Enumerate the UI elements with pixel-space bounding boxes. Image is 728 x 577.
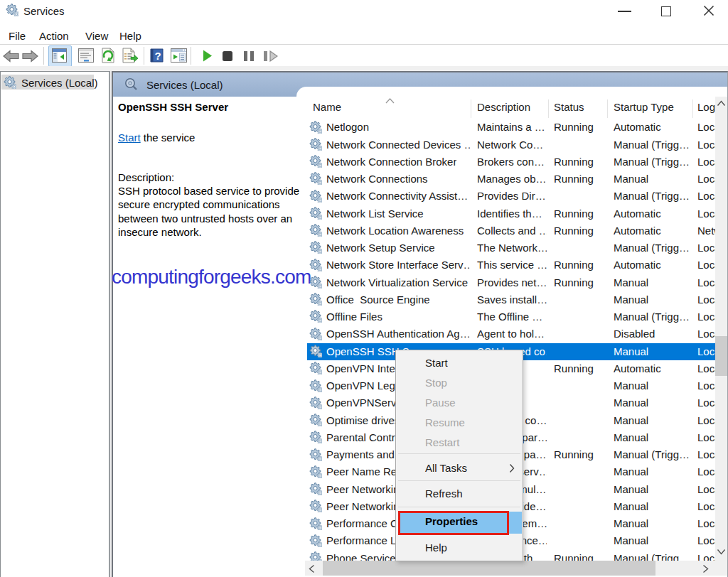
svg-text:?: ? [154, 50, 161, 62]
